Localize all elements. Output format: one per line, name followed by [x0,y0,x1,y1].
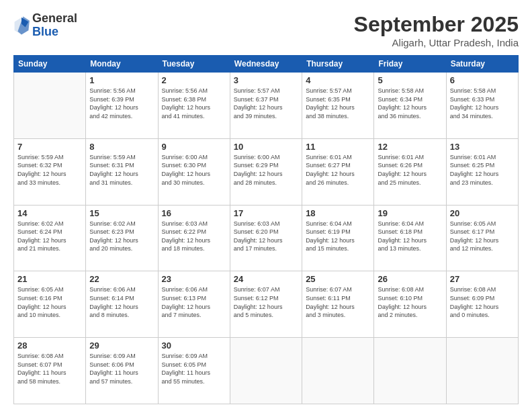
calendar-cell: 5Sunrise: 5:58 AMSunset: 6:34 PMDaylight… [374,73,446,139]
day-number: 29 [89,340,154,351]
cell-info: Sunrise: 6:03 AMSunset: 6:22 PMDaylight:… [162,220,226,253]
cell-info: Sunrise: 6:03 AMSunset: 6:20 PMDaylight:… [234,220,298,253]
calendar-cell: 19Sunrise: 6:04 AMSunset: 6:18 PMDayligh… [374,205,446,271]
logo: General Blue [13,12,77,39]
cell-info: Sunrise: 5:58 AMSunset: 6:33 PMDaylight:… [450,87,515,120]
day-number: 5 [378,75,442,85]
calendar-cell: 30Sunrise: 6:09 AMSunset: 6:05 PMDayligh… [158,338,230,404]
day-number: 11 [306,142,370,152]
day-number: 3 [234,75,298,85]
calendar-cell [230,338,302,404]
day-number: 15 [89,208,154,218]
day-number: 28 [17,340,82,351]
cell-info: Sunrise: 6:02 AMSunset: 6:24 PMDaylight:… [17,220,82,253]
day-number: 30 [162,340,226,351]
calendar-cell: 6Sunrise: 5:58 AMSunset: 6:33 PMDaylight… [446,73,518,139]
calendar-cell: 7Sunrise: 5:59 AMSunset: 6:32 PMDaylight… [14,138,86,205]
logo-text: General Blue [32,12,77,39]
cell-info: Sunrise: 5:59 AMSunset: 6:31 PMDaylight:… [89,153,154,187]
calendar-cell: 18Sunrise: 6:04 AMSunset: 6:19 PMDayligh… [302,205,374,271]
calendar-cell: 16Sunrise: 6:03 AMSunset: 6:22 PMDayligh… [158,205,230,271]
cell-info: Sunrise: 6:08 AMSunset: 6:10 PMDaylight:… [378,285,442,319]
location-subtitle: Aligarh, Uttar Pradesh, India [354,37,519,48]
calendar-cell [14,73,86,139]
cell-info: Sunrise: 6:08 AMSunset: 6:09 PMDaylight:… [450,285,515,319]
cell-info: Sunrise: 6:06 AMSunset: 6:13 PMDaylight:… [162,285,226,319]
day-number: 27 [450,274,515,284]
day-number: 16 [162,208,226,218]
calendar-cell: 26Sunrise: 6:08 AMSunset: 6:10 PMDayligh… [374,271,446,338]
day-number: 10 [234,142,298,152]
weekday-header-sunday: Sunday [14,56,86,73]
calendar-cell [374,338,446,404]
calendar-week-3: 14Sunrise: 6:02 AMSunset: 6:24 PMDayligh… [14,205,519,271]
cell-info: Sunrise: 6:04 AMSunset: 6:19 PMDaylight:… [306,220,370,253]
day-number: 17 [234,208,298,218]
weekday-header-wednesday: Wednesday [230,56,302,73]
calendar-header: SundayMondayTuesdayWednesdayThursdayFrid… [14,56,519,73]
calendar-cell: 15Sunrise: 6:02 AMSunset: 6:23 PMDayligh… [86,205,158,271]
cell-info: Sunrise: 5:57 AMSunset: 6:37 PMDaylight:… [234,87,298,120]
day-number: 4 [306,75,370,85]
weekday-header-saturday: Saturday [446,56,518,73]
day-number: 25 [306,274,370,284]
calendar-cell: 4Sunrise: 5:57 AMSunset: 6:35 PMDaylight… [302,73,374,139]
page: General Blue September 2025 Aligarh, Utt… [0,0,532,411]
weekday-header-thursday: Thursday [302,56,374,73]
day-number: 9 [162,142,226,152]
day-number: 12 [378,142,442,152]
cell-info: Sunrise: 6:05 AMSunset: 6:16 PMDaylight:… [17,285,82,319]
calendar-week-2: 7Sunrise: 5:59 AMSunset: 6:32 PMDaylight… [14,138,519,205]
cell-info: Sunrise: 5:57 AMSunset: 6:35 PMDaylight:… [306,87,370,120]
calendar-cell: 23Sunrise: 6:06 AMSunset: 6:13 PMDayligh… [158,271,230,338]
calendar-cell [302,338,374,404]
cell-info: Sunrise: 6:07 AMSunset: 6:11 PMDaylight:… [306,285,370,319]
logo-blue-text: Blue [32,26,77,39]
cell-info: Sunrise: 5:59 AMSunset: 6:32 PMDaylight:… [17,153,82,187]
header: General Blue September 2025 Aligarh, Utt… [13,12,519,48]
calendar-cell: 12Sunrise: 6:01 AMSunset: 6:26 PMDayligh… [374,138,446,205]
cell-info: Sunrise: 6:00 AMSunset: 6:30 PMDaylight:… [162,153,226,187]
title-area: September 2025 Aligarh, Uttar Pradesh, I… [354,12,519,48]
calendar-cell: 29Sunrise: 6:09 AMSunset: 6:06 PMDayligh… [86,338,158,404]
calendar-cell: 27Sunrise: 6:08 AMSunset: 6:09 PMDayligh… [446,271,518,338]
day-number: 7 [17,142,82,152]
calendar-cell: 11Sunrise: 6:01 AMSunset: 6:27 PMDayligh… [302,138,374,205]
day-number: 20 [450,208,515,218]
calendar-cell [446,338,518,404]
calendar-cell: 17Sunrise: 6:03 AMSunset: 6:20 PMDayligh… [230,205,302,271]
cell-info: Sunrise: 6:00 AMSunset: 6:29 PMDaylight:… [234,153,298,187]
day-number: 8 [89,142,154,152]
weekday-header-row: SundayMondayTuesdayWednesdayThursdayFrid… [14,56,519,73]
cell-info: Sunrise: 6:05 AMSunset: 6:17 PMDaylight:… [450,220,515,253]
weekday-header-monday: Monday [86,56,158,73]
cell-info: Sunrise: 6:01 AMSunset: 6:25 PMDaylight:… [450,153,515,187]
cell-info: Sunrise: 6:06 AMSunset: 6:14 PMDaylight:… [89,285,154,319]
calendar-week-4: 21Sunrise: 6:05 AMSunset: 6:16 PMDayligh… [14,271,519,338]
cell-info: Sunrise: 6:09 AMSunset: 6:05 PMDaylight:… [162,352,226,385]
calendar-cell: 24Sunrise: 6:07 AMSunset: 6:12 PMDayligh… [230,271,302,338]
month-title: September 2025 [354,12,519,37]
day-number: 19 [378,208,442,218]
calendar-cell: 28Sunrise: 6:08 AMSunset: 6:07 PMDayligh… [14,338,86,404]
calendar-cell: 14Sunrise: 6:02 AMSunset: 6:24 PMDayligh… [14,205,86,271]
calendar-table: SundayMondayTuesdayWednesdayThursdayFrid… [13,55,519,404]
cell-info: Sunrise: 6:04 AMSunset: 6:18 PMDaylight:… [378,220,442,253]
cell-info: Sunrise: 6:07 AMSunset: 6:12 PMDaylight:… [234,285,298,319]
calendar-body: 1Sunrise: 5:56 AMSunset: 6:39 PMDaylight… [14,73,519,404]
day-number: 13 [450,142,515,152]
cell-info: Sunrise: 6:09 AMSunset: 6:06 PMDaylight:… [89,352,154,385]
day-number: 24 [234,274,298,284]
day-number: 26 [378,274,442,284]
calendar-cell: 3Sunrise: 5:57 AMSunset: 6:37 PMDaylight… [230,73,302,139]
calendar-week-1: 1Sunrise: 5:56 AMSunset: 6:39 PMDaylight… [14,73,519,139]
calendar-cell: 2Sunrise: 5:56 AMSunset: 6:38 PMDaylight… [158,73,230,139]
day-number: 18 [306,208,370,218]
day-number: 14 [17,208,82,218]
calendar-cell: 1Sunrise: 5:56 AMSunset: 6:39 PMDaylight… [86,73,158,139]
calendar-cell: 20Sunrise: 6:05 AMSunset: 6:17 PMDayligh… [446,205,518,271]
day-number: 23 [162,274,226,284]
cell-info: Sunrise: 6:01 AMSunset: 6:26 PMDaylight:… [378,153,442,187]
logo-icon [13,16,30,35]
cell-info: Sunrise: 6:01 AMSunset: 6:27 PMDaylight:… [306,153,370,187]
